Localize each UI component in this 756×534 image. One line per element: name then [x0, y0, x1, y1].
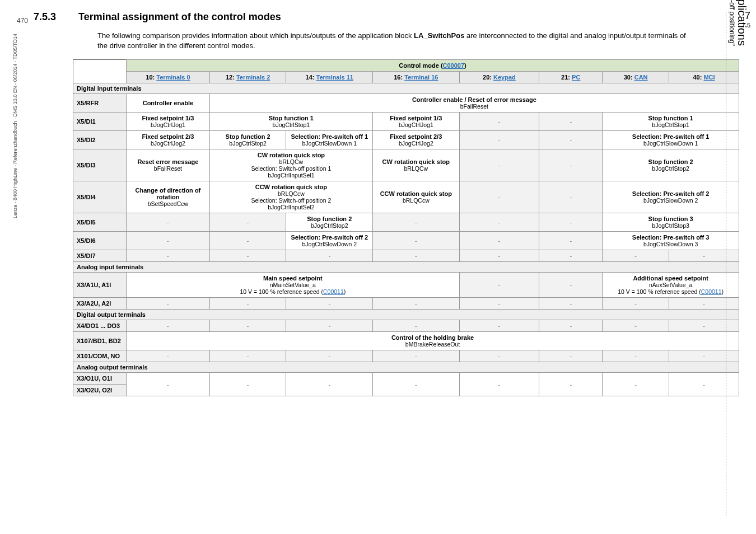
col-header: 21: PC	[539, 72, 603, 83]
table-container: Control mode (C00007) 10: Terminals 0 12…	[73, 59, 739, 396]
table-row: X5/RFR Controller enable Controller enab…	[73, 94, 739, 113]
col-link[interactable]: Terminals 2	[236, 74, 270, 81]
table-row: X5/DI5 -- Stop function 2bJogCtrlStop2 -…	[73, 213, 739, 232]
table-row: X4/DO1 ... DO3 --------	[73, 320, 739, 332]
section-row: Analog input terminals	[73, 262, 739, 273]
col-link[interactable]: CAN	[634, 74, 648, 81]
page-number-left: 470	[17, 17, 28, 25]
section-row: Digital input terminals	[73, 83, 739, 94]
code-link[interactable]: C00011	[701, 288, 722, 295]
section-heading: 7.5.3 Terminal assignment of the control…	[34, 11, 739, 23]
table-row: X3/A1U, A1I Main speed setpoint nMainSet…	[73, 273, 739, 298]
table-row: X5/DI6 -- Selection: Pre-switch off 2bJo…	[73, 232, 739, 250]
col-header: 14: Terminals 11	[286, 72, 373, 83]
col-header: 12: Terminals 2	[209, 72, 286, 83]
table-row: X3/A2U, A2I --------	[73, 298, 739, 310]
table-row: X5/DI1 Fixed setpoint 1/3bJogCtrlJog1 St…	[73, 113, 739, 131]
table-row: X5/DI2 Fixed setpoint 2/3bJogCtrlJog2 St…	[73, 131, 739, 149]
intro-paragraph: The following comparison provides inform…	[97, 31, 697, 50]
col-header: 10: Terminals 0	[127, 72, 210, 83]
col-link[interactable]: Terminals 0	[156, 74, 190, 81]
table-row: X107/BD1, BD2 Control of the holding bra…	[73, 332, 739, 350]
section-title: Terminal assignment of the control modes	[78, 11, 281, 23]
col-link[interactable]: MCI	[703, 74, 715, 81]
col-link[interactable]: Terminal 16	[404, 74, 438, 81]
section-row: Digital output terminals	[73, 310, 739, 320]
right-border: Technology applications TA "Switch-off p…	[726, 12, 748, 516]
table-row: X5/DI3 Reset error messagebFailReset CW …	[73, 149, 739, 181]
col-header: 16: Terminal 16	[373, 72, 460, 83]
col-link[interactable]: Terminals 11	[316, 74, 353, 81]
section-number: 7.5.3	[34, 11, 56, 23]
section-row: Analog output terminals	[73, 362, 739, 373]
footer-left: Lenze · 8400 HighLine · Referenzhandbuch…	[12, 34, 18, 218]
code-link[interactable]: C00011	[323, 288, 344, 295]
table-header-top: Control mode (C00007)	[73, 60, 739, 72]
table-row: X5/DI7 --------	[73, 250, 739, 262]
col-header: 20: Keypad	[459, 72, 539, 83]
table-header-cols: 10: Terminals 0 12: Terminals 2 14: Term…	[73, 72, 739, 83]
page: 470 Lenze · 8400 HighLine · Referenzhand…	[0, 0, 756, 534]
control-mode-header: Control mode (C00007)	[127, 60, 739, 72]
table-row: X5/DI4 Change of direction of rotationbS…	[73, 181, 739, 213]
modes-table: Control mode (C00007) 10: Terminals 0 12…	[73, 59, 739, 396]
col-link[interactable]: Keypad	[493, 74, 516, 81]
table-row: X3/O1U, O1I --------	[73, 373, 739, 385]
side-title: Technology applications	[735, 0, 748, 46]
col-header: 30: CAN	[603, 72, 669, 83]
table-row: X101/COM, NO --------	[73, 350, 739, 362]
col-link[interactable]: PC	[572, 74, 580, 81]
side-subtitle: TA "Switch-off positioning"	[728, 0, 736, 46]
control-mode-link[interactable]: C00007	[443, 62, 465, 69]
